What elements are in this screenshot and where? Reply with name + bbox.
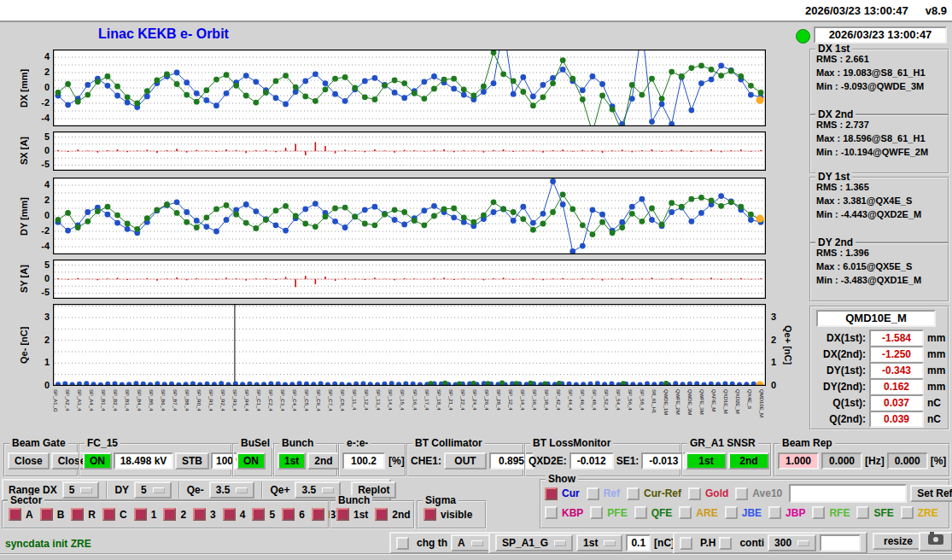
- x-axis-label: SP_B5_4: [149, 389, 154, 411]
- show-kbp-checkbox[interactable]: KBP: [545, 506, 583, 519]
- checkbox-box[interactable]: [590, 506, 603, 519]
- show-ref-checkbox[interactable]: Ref: [587, 487, 620, 500]
- busel-on-button[interactable]: ON: [237, 452, 266, 470]
- show-rfe-checkbox[interactable]: RFE: [812, 506, 850, 519]
- checkbox-box[interactable]: [634, 506, 647, 519]
- checkbox-box[interactable]: [102, 508, 115, 521]
- x-axis-label: SP_A1_G: [53, 389, 58, 412]
- show-jbp-checkbox[interactable]: JBP: [768, 506, 805, 519]
- x-axis-label: SP_R1_4: [208, 389, 213, 411]
- checkbox-box[interactable]: [587, 487, 599, 500]
- show-are-checkbox[interactable]: ARE: [679, 506, 717, 519]
- chg-th-checkbox[interactable]: [396, 537, 409, 550]
- show-sfe-checkbox[interactable]: SFE: [856, 506, 893, 519]
- show-ave10-checkbox[interactable]: Ave10: [735, 487, 782, 500]
- charge-plot: [53, 304, 766, 386]
- checkbox-box[interactable]: [375, 508, 388, 521]
- x-axis-label: SP_R3_4: [232, 389, 237, 411]
- dx-axis-label: DX [mm]: [19, 50, 31, 126]
- sigma-visible-checkbox[interactable]: visible: [423, 508, 472, 521]
- threshold-field[interactable]: 0.1: [626, 534, 651, 551]
- snapshot-button[interactable]: [919, 532, 952, 551]
- checkbox-box[interactable]: [545, 506, 558, 519]
- sector-checkbox-1[interactable]: 1: [134, 508, 157, 521]
- checkbox-box[interactable]: [282, 508, 295, 521]
- checkbox-box[interactable]: [71, 508, 84, 521]
- sector-checkbox-5[interactable]: 5: [252, 508, 275, 521]
- qxd2e-label: QXD2E:: [529, 455, 567, 467]
- checkbox-box[interactable]: [423, 508, 436, 521]
- che1-out-button[interactable]: OUT: [444, 452, 487, 470]
- resize-button[interactable]: resize: [873, 533, 924, 550]
- show-title: Show: [546, 474, 578, 484]
- checkbox-box[interactable]: [856, 506, 869, 519]
- show-zre-checkbox[interactable]: ZRE: [901, 506, 938, 519]
- bunch-order-select[interactable]: 1st: [576, 534, 622, 551]
- checkbox-box[interactable]: [768, 506, 781, 519]
- range-dy-label: DY: [114, 484, 129, 496]
- sector-checkbox-b[interactable]: B: [40, 508, 65, 521]
- checkbox-box[interactable]: [812, 506, 825, 519]
- show-qfe-checkbox[interactable]: QFE: [634, 506, 673, 519]
- beam-gate-close-button-1[interactable]: Close: [8, 452, 50, 470]
- bunch-1st-button[interactable]: 1st: [277, 452, 306, 470]
- range-qeminus-select[interactable]: 3.5: [209, 481, 255, 499]
- checkbox-box[interactable]: [735, 487, 748, 500]
- monitor-row-value: -0.343: [869, 362, 924, 379]
- sector-checkbox-2[interactable]: 2: [163, 508, 186, 521]
- set-ref-button[interactable]: Set Ref: [910, 485, 952, 502]
- checkbox-box[interactable]: [193, 508, 206, 521]
- sy-sigma-plot: [53, 260, 766, 299]
- show-pfe-checkbox[interactable]: PFE: [590, 506, 627, 519]
- checkbox-box[interactable]: [163, 508, 176, 521]
- x-axis-label: SP_32_4: [508, 389, 513, 411]
- spare-field[interactable]: [820, 534, 861, 551]
- sector-checkbox-c[interactable]: C: [102, 508, 127, 521]
- x-axis-label: SP_C8_4: [340, 389, 345, 411]
- checkbox-box[interactable]: [223, 508, 236, 521]
- bunch-2nd-button[interactable]: 2nd: [307, 452, 339, 470]
- sector-checkbox-6[interactable]: 6: [282, 508, 305, 521]
- checkbox-box[interactable]: [545, 487, 558, 500]
- gr-a1-2nd-button[interactable]: 2nd: [728, 452, 769, 470]
- checkbox-box[interactable]: [679, 506, 692, 519]
- sector-checkbox-4[interactable]: 4: [223, 508, 246, 521]
- conti-checkbox[interactable]: [719, 537, 732, 550]
- sector-checkbox-a[interactable]: A: [9, 508, 33, 521]
- sector-checkbox-3[interactable]: 3: [193, 508, 216, 521]
- y-tick-label: 0: [44, 145, 50, 155]
- range-dy-select[interactable]: 5: [134, 481, 172, 499]
- checkbox-box[interactable]: [336, 508, 349, 521]
- sector-checkbox-r[interactable]: R: [71, 508, 96, 521]
- show-gold-checkbox[interactable]: Gold: [688, 487, 728, 500]
- bunch-checkbox-1st[interactable]: 1st: [336, 508, 368, 521]
- range-dx-select[interactable]: 5: [62, 481, 100, 499]
- bunch-checkbox-2nd[interactable]: 2nd: [375, 508, 410, 521]
- show-cur-checkbox[interactable]: Cur: [545, 487, 580, 500]
- checkbox-box[interactable]: [725, 506, 738, 519]
- ph-checkbox[interactable]: [680, 537, 692, 550]
- fc15-stb-button[interactable]: STB: [175, 452, 209, 470]
- checkbox-box[interactable]: [134, 508, 147, 521]
- x-axis-label: SP_C4_4: [292, 389, 297, 411]
- checkbox-label: B: [57, 509, 65, 521]
- camera-icon: [928, 534, 943, 545]
- checkbox-box[interactable]: [312, 508, 324, 521]
- checkbox-box[interactable]: [9, 508, 21, 521]
- fc15-on-button[interactable]: ON: [83, 452, 112, 470]
- checkbox-box[interactable]: [40, 508, 53, 521]
- range-qeplus-select[interactable]: 3.5: [295, 481, 341, 499]
- count-select[interactable]: 300: [768, 534, 816, 551]
- ref-name-input[interactable]: [789, 484, 907, 503]
- checkbox-box[interactable]: [901, 506, 914, 519]
- show-jbe-checkbox[interactable]: JBE: [725, 506, 762, 519]
- checkbox-box[interactable]: [252, 508, 265, 521]
- th-sector-select[interactable]: A: [451, 534, 490, 551]
- gr-a1-1st-button[interactable]: 1st: [686, 452, 727, 470]
- option-menu-indicator: [236, 487, 248, 493]
- bt-lossmonitor-group: BT LossMonitor QXD2E: -0.012 SE1: -0.013: [524, 443, 681, 477]
- checkbox-box[interactable]: [627, 487, 640, 500]
- bpm-select[interactable]: SP_A1_G: [495, 534, 573, 551]
- show-cur-ref-checkbox[interactable]: Cur-Ref: [627, 487, 681, 500]
- checkbox-box[interactable]: [688, 487, 701, 500]
